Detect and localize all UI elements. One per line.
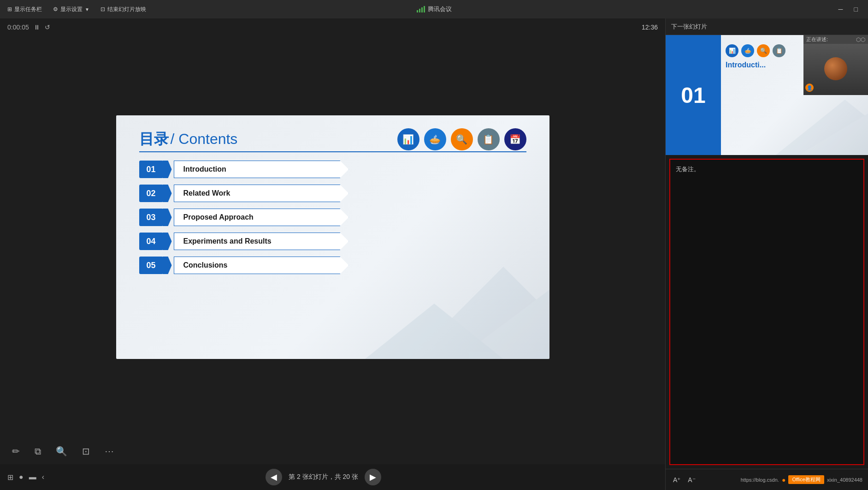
csdn-badge: Office教程网 xyxy=(788,475,824,484)
list-item: 01 Introduction xyxy=(139,161,526,178)
notes-text: 无备注。 xyxy=(676,166,700,173)
bottom-nav-left: ⊞ ● ▬ ‹ xyxy=(7,473,44,482)
num-badge-05: 05 xyxy=(139,257,163,274)
item-03-label: Proposed Approach xyxy=(183,213,254,221)
notes-area: 无备注。 xyxy=(669,159,864,465)
top-bar: ⊞ 显示任务栏 ⚙ 显示设置 ▼ ⊡ 结束幻灯片放映 腾讯会议 ─ □ xyxy=(0,0,868,18)
pointer-tool-button[interactable]: ⊡ xyxy=(79,443,93,460)
show-taskbar-btn[interactable]: ⊞ 显示任务栏 xyxy=(7,6,42,13)
app-name: 腾讯会议 xyxy=(428,5,452,13)
prev-icon: ◀ xyxy=(271,472,277,482)
presenter-controls[interactable]: ⬡⬡ xyxy=(856,36,865,43)
label-shape-05: Conclusions xyxy=(174,257,349,274)
collapse-icon[interactable]: ‹ xyxy=(42,473,44,481)
pause-button[interactable]: ⏸ xyxy=(34,24,40,31)
item-05-label: Conclusions xyxy=(183,261,228,269)
timer-bar: 0:00:05 ⏸ ↺ 12:36 xyxy=(0,18,665,36)
label-wrap-03: Proposed Approach xyxy=(174,209,349,226)
settings-label: 显示设置 xyxy=(60,6,83,13)
bottom-toolbar: ✏ ⧉ 🔍 ⊡ ⋯ xyxy=(0,438,665,464)
next-icon: ▶ xyxy=(370,472,376,482)
label-wrap-02: Related Work xyxy=(174,185,349,202)
num-badge-03: 03 xyxy=(139,209,163,226)
slide-info: 第 2 张幻灯片，共 20 张 xyxy=(289,473,358,481)
settings-icon: ⚙ xyxy=(53,6,58,12)
list-nav-icon[interactable]: ▬ xyxy=(29,473,36,481)
left-panel: 0:00:05 ⏸ ↺ 12:36 目录 xyxy=(0,18,665,490)
circle-nav-icon[interactable]: ● xyxy=(19,473,24,481)
presenter-status-badge: 👤 xyxy=(805,84,814,92)
show-settings-btn[interactable]: ⚙ 显示设置 ▼ xyxy=(53,6,89,13)
arrow-02 xyxy=(163,185,172,202)
presenter-avatar xyxy=(824,57,847,80)
grid-view-icon[interactable]: ⊞ xyxy=(7,473,13,482)
preview-slide-content: 01 📊 🥧 🔍 📋 Introducti... 正在讲述: xyxy=(666,35,868,155)
arrow-01 xyxy=(163,161,172,178)
num-badge-01: 01 xyxy=(139,161,163,178)
font-increase-button[interactable]: A⁺ xyxy=(671,475,682,484)
label-shape-04: Experiments and Results xyxy=(174,233,349,250)
top-bar-left: ⊞ 显示任务栏 ⚙ 显示设置 ▼ ⊡ 结束幻灯片放映 xyxy=(7,6,146,13)
label-wrap-01: Introduction xyxy=(174,161,349,178)
presentation-slide: 目录 / Contents 📊 🥧 🔍 📋 📅 xyxy=(116,115,549,359)
reset-button[interactable]: ↺ xyxy=(45,24,50,31)
item-01-label: Introduction xyxy=(183,165,226,173)
taskbar-icon: ⊞ xyxy=(7,6,12,12)
font-size-controls: A⁺ A⁻ xyxy=(671,475,697,484)
main-layout: 0:00:05 ⏸ ↺ 12:36 目录 xyxy=(0,18,868,490)
font-decrease-button[interactable]: A⁻ xyxy=(686,475,697,484)
slide-content-area: 目录 / Contents 📊 🥧 🔍 📋 📅 xyxy=(116,115,549,359)
presenter-avatar-area: 👤 xyxy=(803,44,868,94)
list-item: 05 Conclusions xyxy=(139,257,526,274)
label-shape-01: Introduction xyxy=(174,161,349,178)
watermark-text: xixin_40892448 xyxy=(827,477,862,483)
label-wrap-05: Conclusions xyxy=(174,257,349,274)
pen-tool-button[interactable]: ✏ xyxy=(9,443,23,460)
current-time: 12:36 xyxy=(642,24,658,31)
search-tool-button[interactable]: 🔍 xyxy=(53,443,70,460)
end-slideshow-btn[interactable]: ⊡ 结束幻灯片放映 xyxy=(100,6,146,13)
elapsed-time: 0:00:05 xyxy=(7,24,29,31)
arrow-05 xyxy=(163,257,172,274)
taskbar-label: 显示任务栏 xyxy=(14,6,42,13)
maximize-button[interactable]: □ xyxy=(851,5,861,14)
more-tool-button[interactable]: ⋯ xyxy=(102,443,117,460)
prev-slide-button[interactable]: ◀ xyxy=(266,469,282,485)
list-item: 02 Related Work xyxy=(139,185,526,202)
contents-list: 01 Introduction 02 xyxy=(139,161,526,274)
next-slide-button[interactable]: ▶ xyxy=(365,469,381,485)
label-wrap-04: Experiments and Results xyxy=(174,233,349,250)
slide-navigation: ◀ 第 2 张幻灯片，共 20 张 ▶ xyxy=(266,469,381,485)
icon-calendar: 📅 xyxy=(504,128,526,150)
app-title-area: 腾讯会议 xyxy=(417,5,452,13)
presenter-label: 正在讲述: ⬡⬡ xyxy=(803,35,868,44)
timer-left: 0:00:05 ⏸ ↺ xyxy=(7,24,50,31)
preview-icon-1: 📊 xyxy=(726,44,738,57)
url-text: https://blog.csdn. xyxy=(741,477,779,483)
slide-title-en: / Contents xyxy=(171,131,238,148)
preview-icon-2: 🥧 xyxy=(741,44,754,57)
slide-container: 目录 / Contents 📊 🥧 🔍 📋 📅 xyxy=(0,36,665,438)
item-02-label: Related Work xyxy=(183,189,230,197)
next-slide-header: 下一张幻灯片 xyxy=(666,18,868,35)
csdn-icon: ● xyxy=(782,476,785,484)
bottom-right-bar: A⁺ A⁻ https://blog.csdn. ● Office教程网 xix… xyxy=(666,469,868,490)
presenter-overlay: 正在讲述: ⬡⬡ 👤 xyxy=(803,35,868,95)
slide-icon-row: 📊 🥧 🔍 📋 📅 xyxy=(397,128,526,150)
chevron-down-icon: ▼ xyxy=(85,7,89,12)
arrow-03 xyxy=(163,209,172,226)
slideshow-icon: ⊡ xyxy=(100,6,105,12)
window-controls: ─ □ xyxy=(836,5,861,14)
icon-notes: 📋 xyxy=(478,128,500,150)
minimize-button[interactable]: ─ xyxy=(836,5,846,14)
title-divider xyxy=(139,151,526,152)
label-shape-03: Proposed Approach xyxy=(174,209,349,226)
list-item: 04 Experiments and Results xyxy=(139,233,526,250)
icon-search: 🔍 xyxy=(451,128,473,150)
bottom-nav: ⊞ ● ▬ ‹ ◀ 第 2 张幻灯片，共 20 张 ▶ xyxy=(0,464,665,490)
right-panel: 下一张幻灯片 01 📊 🥧 🔍 xyxy=(665,18,868,490)
label-shape-02: Related Work xyxy=(174,185,349,202)
copy-tool-button[interactable]: ⧉ xyxy=(32,443,44,460)
icon-bar-chart: 📊 xyxy=(397,128,419,150)
arrow-04 xyxy=(163,233,172,250)
